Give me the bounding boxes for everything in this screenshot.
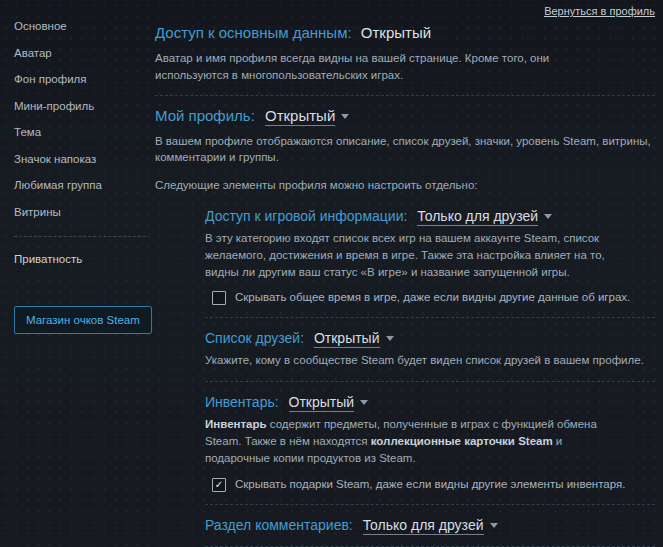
return-to-profile-link[interactable]: Вернуться в профиль: [544, 5, 655, 17]
subsection-divider: [205, 504, 655, 505]
comments-title: Раздел комментариев: Только для друзей: [205, 517, 655, 534]
chevron-down-icon: [490, 523, 498, 528]
configure-separately-note: Следующие элементы профиля можно настрои…: [155, 179, 655, 191]
settings-sidebar: Основное Аватар Фон профиля Мини-профиль…: [14, 20, 146, 334]
hide-playtime-row: ✓ Скрывать общее время в игре, даже если…: [205, 290, 655, 305]
sidebar-item-favorite-group[interactable]: Любимая группа: [14, 179, 146, 206]
friends-list-visibility-value: Открытый: [314, 330, 380, 348]
hide-gifts-label: Скрывать подарки Steam, даже если видны …: [235, 477, 625, 492]
my-profile-title: Мой профиль: Открытый: [155, 107, 655, 125]
game-info-visibility-dropdown[interactable]: Только для друзей: [417, 208, 552, 224]
game-info-description: В эту категорию входят список всех игр н…: [205, 230, 625, 280]
inventory-label: Инвентарь:: [205, 394, 279, 410]
comments-visibility-value: Только для друзей: [363, 517, 484, 535]
friends-list-title: Список друзей: Открытый: [205, 330, 655, 347]
sidebar-item-theme[interactable]: Тема: [14, 126, 146, 153]
my-profile-description: В вашем профиле отображаются описание, с…: [155, 133, 655, 167]
sidebar-item-showcases[interactable]: Витрины: [14, 206, 146, 233]
inventory-visibility-dropdown[interactable]: Открытый: [289, 394, 369, 410]
friends-list-label: Список друзей:: [205, 330, 304, 346]
game-info-label: Доступ к игровой информации:: [205, 208, 407, 224]
chevron-down-icon: [341, 114, 349, 119]
comments-label: Раздел комментариев:: [205, 517, 353, 533]
my-profile-visibility-value: Открытый: [265, 107, 335, 126]
hide-playtime-checkbox[interactable]: ✓: [212, 291, 226, 305]
section-divider: [155, 95, 655, 96]
hide-gifts-row: ✓ Скрывать подарки Steam, даже если видн…: [205, 477, 655, 492]
game-info-title: Доступ к игровой информации: Только для …: [205, 208, 655, 225]
points-shop-button[interactable]: Магазин очков Steam: [14, 306, 152, 334]
basic-access-title: Доступ к основным данным: Открытый: [155, 24, 655, 42]
sidebar-item-profile-background[interactable]: Фон профиля: [14, 73, 146, 100]
friends-list-visibility-dropdown[interactable]: Открытый: [314, 330, 394, 346]
privacy-settings-content: Вернуться в профиль Доступ к основным да…: [155, 0, 655, 547]
sidebar-divider: [14, 236, 146, 237]
my-profile-label: Мой профиль:: [155, 107, 255, 124]
comments-visibility-dropdown[interactable]: Только для друзей: [363, 517, 498, 533]
chevron-down-icon: [360, 400, 368, 405]
basic-access-value: Открытый: [361, 24, 431, 41]
sidebar-item-privacy[interactable]: Приватность: [14, 253, 146, 280]
sidebar-item-general[interactable]: Основное: [14, 20, 146, 47]
privacy-subsections: Доступ к игровой информации: Только для …: [205, 208, 655, 547]
hide-gifts-checkbox[interactable]: ✓: [212, 478, 226, 492]
sidebar-item-featured-badge[interactable]: Значок напоказ: [14, 153, 146, 180]
sidebar-item-mini-profile[interactable]: Мини-профиль: [14, 100, 146, 127]
inventory-description: Инвентарь содержит предметы, полученные …: [205, 416, 609, 466]
chevron-down-icon: [544, 214, 552, 219]
friends-list-description: Укажите, кому в сообществе Steam будет в…: [205, 352, 655, 369]
basic-access-label: Доступ к основным данным:: [155, 24, 352, 41]
inventory-visibility-value: Открытый: [289, 394, 355, 412]
game-info-visibility-value: Только для друзей: [417, 208, 538, 226]
my-profile-visibility-dropdown[interactable]: Открытый: [265, 107, 349, 124]
return-row: Вернуться в профиль: [155, 0, 655, 17]
basic-access-description: Аватар и имя профиля всегда видны на ваш…: [155, 50, 610, 84]
check-icon: ✓: [215, 480, 223, 490]
chevron-down-icon: [386, 336, 394, 341]
sidebar-item-avatar[interactable]: Аватар: [14, 47, 146, 74]
subsection-divider: [205, 381, 655, 382]
hide-playtime-label: Скрывать общее время в игре, даже если в…: [235, 290, 630, 305]
subsection-divider: [205, 317, 655, 318]
inventory-title: Инвентарь: Открытый: [205, 394, 655, 411]
subsection-divider: [205, 546, 655, 547]
